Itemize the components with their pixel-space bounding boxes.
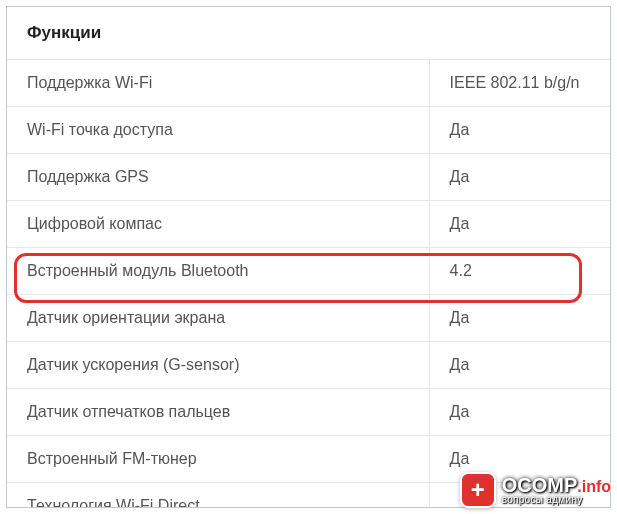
spec-label: Цифровой компас <box>7 201 429 248</box>
spec-label: Встроенный FM-тюнер <box>7 436 429 483</box>
spec-label: Датчик ориентации экрана <box>7 295 429 342</box>
spec-label: Встроенный модуль Bluetooth <box>7 248 429 295</box>
table-row: Технология Wi-Fi Direct <box>7 483 610 509</box>
spec-value: IEEE 802.11 b/g/n <box>429 60 610 107</box>
spec-label: Датчик ускорения (G-sensor) <box>7 342 429 389</box>
specs-panel: Функции Поддержка Wi-FiIEEE 802.11 b/g/n… <box>6 6 611 508</box>
spec-label: Поддержка Wi-Fi <box>7 60 429 107</box>
spec-value: 4.2 <box>429 248 610 295</box>
spec-value <box>429 483 610 509</box>
spec-label: Wi-Fi точка доступа <box>7 107 429 154</box>
spec-label: Поддержка GPS <box>7 154 429 201</box>
spec-value: Да <box>429 436 610 483</box>
table-row: Wi-Fi точка доступаДа <box>7 107 610 154</box>
spec-label: Датчик отпечатков пальцев <box>7 389 429 436</box>
spec-value: Да <box>429 201 610 248</box>
table-row: Датчик ускорения (G-sensor)Да <box>7 342 610 389</box>
spec-value: Да <box>429 342 610 389</box>
spec-value: Да <box>429 389 610 436</box>
spec-value: Да <box>429 154 610 201</box>
table-row: Датчик ориентации экранаДа <box>7 295 610 342</box>
table-header: Функции <box>7 7 610 60</box>
spec-value: Да <box>429 295 610 342</box>
specs-table: Функции Поддержка Wi-FiIEEE 802.11 b/g/n… <box>7 7 610 508</box>
table-row: Встроенный FM-тюнерДа <box>7 436 610 483</box>
spec-value: Да <box>429 107 610 154</box>
table-body: Поддержка Wi-FiIEEE 802.11 b/g/nWi-Fi то… <box>7 60 610 509</box>
table-row: Поддержка Wi-FiIEEE 802.11 b/g/n <box>7 60 610 107</box>
table-row: Встроенный модуль Bluetooth4.2 <box>7 248 610 295</box>
table-row: Цифровой компасДа <box>7 201 610 248</box>
spec-label: Технология Wi-Fi Direct <box>7 483 429 509</box>
table-row: Поддержка GPSДа <box>7 154 610 201</box>
table-row: Датчик отпечатков пальцевДа <box>7 389 610 436</box>
